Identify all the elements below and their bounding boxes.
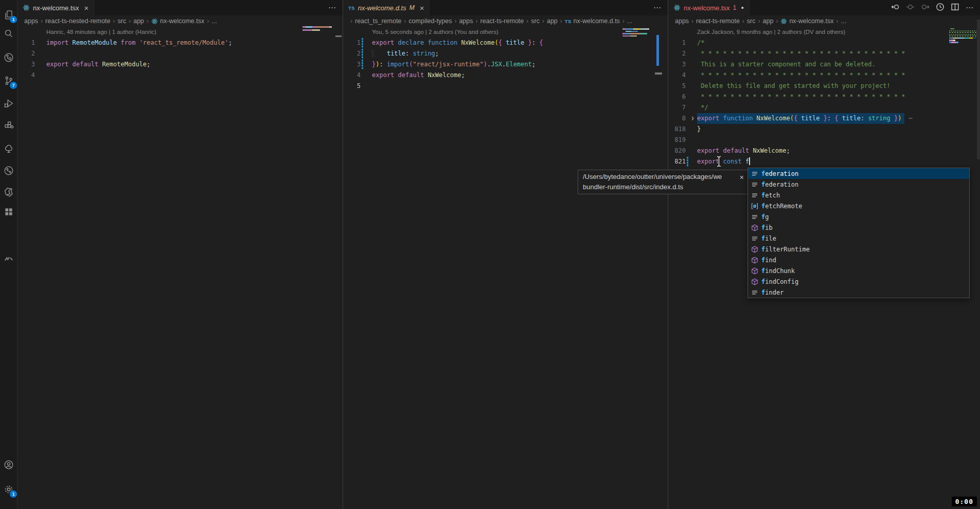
code-line[interactable]: 3export default RemoteModule;	[17, 59, 343, 70]
minimap[interactable]	[949, 42, 958, 43]
suggestion-fg[interactable]: fg	[748, 211, 969, 222]
more-actions-icon[interactable]: ⋯	[328, 3, 336, 12]
minimap[interactable]	[949, 35, 976, 37]
fold-chevron-icon[interactable]: ❯	[689, 113, 696, 124]
code-line[interactable]: 7 */	[668, 102, 980, 113]
breadcrumb-item[interactable]: apps	[675, 17, 689, 25]
gitlens-codelens[interactable]: You, 5 seconds ago | 2 authors (You and …	[343, 27, 668, 38]
gitlens-codelens[interactable]: Zack Jackson, 9 months ago | 2 authors (…	[668, 27, 980, 38]
more-actions-icon[interactable]: ⋯	[653, 3, 662, 12]
minimap[interactable]	[302, 29, 320, 31]
source-control-icon[interactable]: 7	[2, 74, 15, 87]
breadcrumb-item[interactable]: src	[747, 17, 756, 25]
tab-nx-welcome-dts[interactable]: TS nx-welcome.d.ts M ×	[343, 0, 430, 15]
breadcrumb-file[interactable]: nx-welcome.d.ts	[574, 17, 620, 25]
scrollbar[interactable]	[977, 20, 980, 159]
code-line[interactable]: 820export default NxWelcome;	[668, 146, 980, 156]
code-line[interactable]: 1export declare function NxWelcome({ tit…	[343, 38, 668, 48]
close-icon[interactable]: ×	[420, 4, 424, 12]
breadcrumb[interactable]: apps›react-ts-remote›src›app›nx-welcome.…	[668, 15, 980, 27]
code-line[interactable]: 3 This is a starter component and can be…	[668, 59, 980, 70]
settings-gear-icon[interactable]: 1	[2, 482, 15, 496]
minimap[interactable]	[626, 31, 638, 32]
minimap[interactable]	[622, 28, 649, 30]
breadcrumb-item[interactable]: apps	[459, 17, 473, 25]
breadcrumb-symbol-trail[interactable]: ...	[841, 17, 846, 25]
minimap[interactable]	[949, 32, 976, 33]
suggestion-federation[interactable]: federation	[748, 168, 969, 179]
code-line[interactable]: 8❯export function NxWelcome({ title }: {…	[668, 113, 980, 124]
code-line[interactable]: 1import RemoteModule from 'react_ts_remo…	[17, 38, 343, 48]
minimap[interactable]	[622, 33, 647, 34]
suggestion-fetch[interactable]: fetch	[748, 190, 969, 201]
close-icon[interactable]: ×	[84, 4, 89, 12]
suggestion-file[interactable]: file	[748, 233, 969, 244]
code-editor[interactable]: You, 5 seconds ago | 2 authors (You and …	[343, 27, 668, 92]
code-editor[interactable]: Zack Jackson, 9 months ago | 2 authors (…	[668, 27, 980, 167]
breadcrumb-file[interactable]: nx-welcome.tsx	[789, 17, 833, 25]
folded-region-ellipsis[interactable]: ⋯	[908, 115, 912, 122]
breadcrumb-item[interactable]: src	[531, 17, 540, 25]
timeline-icon[interactable]	[936, 3, 945, 13]
suggestion-findChunk[interactable]: findChunk	[748, 265, 969, 276]
suggestion-fetchRemote[interactable]: fetchRemote	[748, 201, 969, 211]
breadcrumb-item[interactable]: src	[118, 17, 127, 25]
breadcrumb-file[interactable]: nx-welcome.tsx	[160, 17, 204, 25]
minimap[interactable]	[950, 28, 954, 29]
code-line[interactable]: 4	[17, 70, 343, 81]
breadcrumb-item[interactable]: react-ts-remote	[696, 17, 740, 25]
run-debug-icon[interactable]	[2, 96, 15, 110]
suggestion-filterRuntime[interactable]: filterRuntime	[748, 244, 969, 254]
search-icon[interactable]	[2, 26, 15, 40]
suggestion-finder[interactable]: finder	[748, 287, 969, 298]
editor-group-divider[interactable]	[668, 0, 668, 509]
gitlens-codelens[interactable]: Hanric, 48 minutes ago | 1 author (Hanri…	[17, 27, 343, 38]
breadcrumb-item[interactable]: app	[133, 17, 144, 25]
breadcrumb[interactable]: ›react_ts_remote›compiled-types›apps›rea…	[343, 15, 668, 27]
code-line[interactable]: 818}	[668, 124, 980, 135]
code-line[interactable]: 4 * * * * * * * * * * * * * * * * * * * …	[668, 70, 980, 81]
next-change-icon[interactable]	[921, 3, 930, 13]
current-change-icon[interactable]	[906, 3, 915, 13]
breadcrumb-symbol-trail[interactable]: ...	[211, 17, 217, 25]
breadcrumb-item[interactable]: react-ts-nested-remote	[45, 17, 110, 25]
testing-tree-icon[interactable]	[2, 141, 15, 155]
suggestion-findConfig[interactable]: findConfig	[748, 276, 969, 287]
code-line[interactable]: 5 Delete this file and get started with …	[668, 81, 980, 92]
breadcrumb-item[interactable]: app	[547, 17, 558, 25]
git-graph-icon[interactable]	[2, 163, 15, 177]
code-line[interactable]: 4export default NxWelcome;	[343, 70, 668, 81]
minimap[interactable]	[949, 40, 955, 41]
minimap[interactable]	[949, 38, 976, 39]
explorer-icon[interactable]: 1	[2, 8, 15, 22]
hexagon-logo-icon[interactable]	[2, 185, 15, 199]
gitlens-icon[interactable]	[2, 50, 15, 64]
code-editor[interactable]: Hanric, 48 minutes ago | 1 author (Hanri…	[17, 27, 343, 81]
tab-nx-welcome-tsx-errored[interactable]: nx-welcome.tsx 1 ●	[668, 0, 750, 15]
minimap[interactable]	[302, 26, 332, 28]
minimap[interactable]	[949, 34, 976, 35]
editor-group-divider[interactable]	[343, 0, 343, 509]
minimap[interactable]	[622, 35, 637, 37]
close-icon[interactable]: ×	[740, 172, 744, 183]
code-line[interactable]: 6 * * * * * * * * * * * * * * * * * * * …	[668, 92, 980, 102]
extensions-icon[interactable]	[2, 118, 15, 132]
code-line[interactable]: 3}): import("react/jsx-runtime").JSX.Ele…	[343, 59, 668, 70]
breadcrumb-item[interactable]: app	[763, 17, 774, 25]
wave-icon[interactable]	[2, 252, 15, 266]
minimap[interactable]	[949, 30, 976, 31]
breadcrumb[interactable]: apps›react-ts-nested-remote›src›app›nx-w…	[17, 15, 343, 27]
breadcrumb-item[interactable]: react_ts_remote	[355, 17, 401, 25]
suggestion-find[interactable]: find	[748, 254, 969, 265]
code-line[interactable]: 5	[343, 81, 668, 92]
code-line[interactable]: 2 * * * * * * * * * * * * * * * * * * * …	[668, 48, 980, 59]
suggestion-fib[interactable]: fib	[748, 222, 969, 233]
breadcrumb-item[interactable]: react-ts-remote	[480, 17, 524, 25]
accounts-icon[interactable]	[2, 458, 15, 471]
split-editor-icon[interactable]	[951, 3, 959, 13]
code-line[interactable]: 2 title: string;	[343, 48, 668, 59]
code-line[interactable]: 819	[668, 135, 980, 146]
breadcrumb-symbol-trail[interactable]: ...	[627, 17, 632, 25]
grid-icon[interactable]	[2, 205, 15, 219]
suggestion-federation[interactable]: federation	[748, 179, 969, 190]
